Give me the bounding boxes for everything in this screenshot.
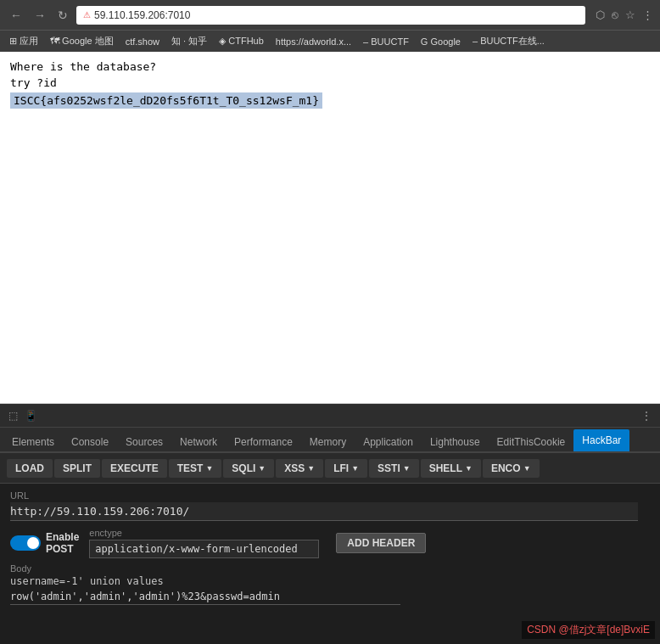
tab-sources[interactable]: Sources: [117, 431, 171, 451]
hackbar-url-row: [10, 502, 650, 521]
tab-hackbar[interactable]: HackBar: [573, 429, 629, 451]
hackbar-post-toggle[interactable]: [10, 535, 41, 551]
devtools-panel: ⬚ 📱 ⋮ Elements Console Sources Network P…: [0, 404, 660, 644]
bookmark-zhihu[interactable]: 知 · 知乎: [167, 33, 211, 49]
bookmark-adworld[interactable]: https://adworld.x...: [271, 35, 355, 48]
csdn-watermark: CSDN @借zj文章[de]BvxiE: [522, 621, 655, 639]
hackbar-enc-button[interactable]: ENCO: [483, 459, 540, 478]
devtools-inspect-icon[interactable]: ⬚: [7, 408, 20, 423]
back-button[interactable]: ←: [7, 7, 25, 24]
hackbar-url-label: URL: [10, 490, 650, 501]
hackbar-enctype-select[interactable]: application/x-www-form-urlencoded: [89, 540, 319, 558]
bookmark-buuctf[interactable]: – BUUCTF: [359, 35, 413, 48]
hackbar-shell-button[interactable]: SHELL: [421, 459, 481, 478]
browser-icons: ⬡ ⎋ ☆ ⋮: [596, 8, 653, 21]
hackbar-execute-button[interactable]: EXECUTE: [102, 459, 167, 478]
bookmark-ctfshow[interactable]: ctf.show: [121, 35, 164, 48]
bookmark-ctfhub[interactable]: ◈ CTFHub: [215, 34, 268, 48]
tab-editthiscookie[interactable]: EditThisCookie: [489, 431, 574, 451]
refresh-button[interactable]: ↻: [54, 7, 71, 24]
url-bar-text: 59.110.159.206:7010: [94, 9, 190, 21]
hackbar-toggle-area: EnablePOST: [10, 531, 79, 555]
hackbar-xss-button[interactable]: XSS: [276, 459, 323, 478]
tab-application[interactable]: Application: [355, 431, 422, 451]
hackbar-body-section: Body username=-1' union values: [10, 563, 650, 605]
devtools-mobile-icon[interactable]: 📱: [23, 408, 39, 423]
page-line-2: try ?id: [10, 76, 650, 89]
bookmark-buuctf-online[interactable]: – BUUCTF在线...: [468, 33, 549, 49]
hackbar-panel: LOAD SPLIT EXECUTE TEST SQLI XSS LFI SST…: [0, 453, 660, 644]
browser-chrome: ← → ↻ ⚠ 59.110.159.206:7010 ⬡ ⎋ ☆ ⋮: [0, 0, 660, 30]
page-content: Where is the database? try ?id ISCC{afs0…: [0, 52, 660, 404]
page-flag: ISCC{afs0252wsf2le_dD20fs5f6T1t_T0_ss12w…: [10, 92, 322, 109]
share-icon[interactable]: ⎋: [612, 8, 618, 21]
tab-memory[interactable]: Memory: [301, 431, 355, 451]
menu-icon[interactable]: ⋮: [642, 8, 653, 21]
forward-button[interactable]: →: [31, 7, 49, 24]
page-line-1: Where is the database?: [10, 60, 650, 73]
hackbar-enable-post-label: EnablePOST: [46, 531, 79, 555]
lock-icon: ⚠: [83, 10, 91, 20]
hackbar-sqli-button[interactable]: SQLI: [223, 459, 274, 478]
tab-elements[interactable]: Elements: [3, 431, 63, 451]
hackbar-split-button[interactable]: SPLIT: [54, 459, 100, 478]
hackbar-ssti-button[interactable]: SSTI: [369, 459, 419, 478]
screenshot-icon[interactable]: ⬡: [596, 8, 605, 21]
devtools-tabs: Elements Console Sources Network Perform…: [0, 428, 660, 453]
tab-performance[interactable]: Performance: [226, 431, 301, 451]
hackbar-lfi-button[interactable]: LFI: [325, 459, 367, 478]
page-flag-line: ISCC{afs0252wsf2le_dD20fs5f6T1t_T0_ss12w…: [10, 92, 650, 109]
devtools-topbar: ⬚ 📱 ⋮: [0, 404, 660, 428]
hackbar-toggle-circle: [27, 537, 39, 549]
tab-lighthouse[interactable]: Lighthouse: [422, 431, 489, 451]
hackbar-select-row: application/x-www-form-urlencoded: [89, 540, 319, 558]
hackbar-toolbar: LOAD SPLIT EXECUTE TEST SQLI XSS LFI SST…: [0, 453, 660, 484]
hackbar-url-input[interactable]: [10, 502, 638, 521]
bookmark-icon[interactable]: ☆: [625, 8, 635, 21]
hackbar-load-button[interactable]: LOAD: [7, 459, 53, 478]
bookmark-apps[interactable]: ⊞ 应用: [5, 33, 42, 49]
bookmarks-bar: ⊞ 应用 🗺 Google 地图 ctf.show 知 · 知乎 ◈ CTFHu…: [0, 30, 660, 52]
url-bar[interactable]: ⚠ 59.110.159.206:7010: [76, 6, 585, 25]
hackbar-add-header-button[interactable]: ADD HEADER: [336, 533, 426, 553]
hackbar-url-section: URL: [10, 490, 650, 521]
bookmark-google[interactable]: G Google: [417, 35, 465, 48]
tab-console[interactable]: Console: [63, 431, 117, 451]
bookmark-maps[interactable]: 🗺 Google 地图: [46, 33, 118, 49]
hackbar-body-input[interactable]: [10, 589, 400, 605]
tab-network[interactable]: Network: [171, 431, 226, 451]
hackbar-post-row: EnablePOST enctype application/x-www-for…: [10, 528, 650, 558]
hackbar-body-label: Body: [10, 563, 650, 574]
hackbar-body-line1: username=-1' union values: [10, 575, 650, 587]
hackbar-test-button[interactable]: TEST: [169, 459, 222, 478]
hackbar-content: URL EnablePOST enctype appli: [0, 484, 660, 612]
devtools-more-icon[interactable]: ⋮: [640, 408, 653, 423]
hackbar-enctype-area: enctype application/x-www-form-urlencode…: [89, 528, 319, 558]
hackbar-enctype-label: enctype: [89, 528, 319, 538]
